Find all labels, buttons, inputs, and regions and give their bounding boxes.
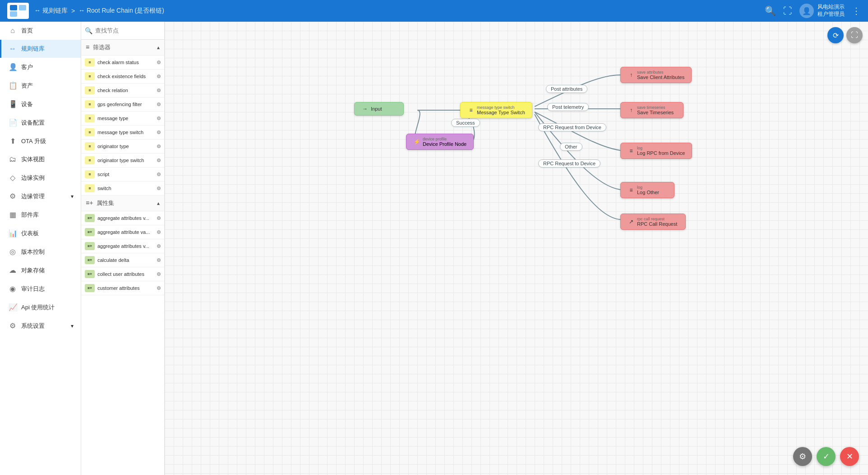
node-connector-dot: [157, 116, 161, 120]
breadcrumb-separator: >: [71, 7, 75, 14]
fullscreen-canvas-button[interactable]: ⛶: [846, 27, 863, 43]
sidebar-item-edge-instances[interactable]: ◇ 边缘实例: [0, 168, 81, 187]
content-area: 🔍 ❮ ≡ 筛选器 ▴ ≡ check alarm status: [81, 22, 868, 475]
sidebar-item-entity-view[interactable]: 🗂 实体视图: [0, 150, 81, 168]
node-label: calculate delta: [97, 257, 155, 263]
device-config-icon: 📄: [9, 118, 17, 127]
fullscreen-icon[interactable]: ⛶: [783, 6, 792, 16]
node-log-rpc[interactable]: ≡ log Log RPC from Device: [620, 143, 692, 159]
node-item-customer-attrs[interactable]: ≡+ customer attributes: [81, 281, 164, 295]
section-header-filter[interactable]: ≡ 筛选器 ▴: [81, 40, 164, 56]
filter-node-icon: ≡: [85, 86, 95, 94]
label-text: RPC Request from Device: [543, 125, 601, 130]
node-item-check-alarm-status[interactable]: ≡ check alarm status: [81, 56, 164, 70]
confirm-button[interactable]: ✓: [817, 447, 836, 466]
label-text: Other: [565, 144, 577, 149]
save-ts-icon: ↑: [628, 107, 635, 114]
sidebar-item-version[interactable]: ◎ 版本控制: [0, 242, 81, 261]
sidebar-item-customers[interactable]: 👤 客户: [0, 58, 81, 76]
msg-type-switch-label: Message Type Switch: [477, 110, 525, 115]
node-item-check-existence-fields[interactable]: ≡ check existence fields: [81, 70, 164, 84]
sidebar-item-storage[interactable]: ☁ 对象存储: [0, 261, 81, 279]
sidebar-label-entity-view: 实体视图: [21, 155, 45, 163]
sidebar-item-device-config[interactable]: 📄 设备配置: [0, 113, 81, 132]
node-msg-type-switch[interactable]: ≡ message type switch Message Type Switc…: [460, 102, 532, 118]
sidebar-item-edge-manage[interactable]: ⚙ 边缘管理 ▾: [0, 187, 81, 205]
node-item-switch[interactable]: ≡ switch: [81, 182, 164, 196]
home-icon: ⌂: [9, 27, 17, 35]
search-icon[interactable]: 🔍: [765, 5, 776, 16]
msg-type-switch-icon: ≡: [467, 107, 475, 114]
breadcrumb-rules-link[interactable]: ↔ 规则链库: [34, 7, 68, 15]
sidebar-item-rules[interactable]: ↔ 规则链库: [0, 40, 81, 58]
devices-icon: 📱: [9, 100, 17, 108]
filter-node-icon: ≡: [85, 142, 95, 150]
node-panel-scroll: ≡ 筛选器 ▴ ≡ check alarm status ≡ check exi…: [81, 40, 164, 475]
canvas-actions: ⟳ ⛶: [827, 27, 863, 43]
node-item-originator-type[interactable]: ≡ originator type: [81, 140, 164, 154]
node-item-originator-type-switch[interactable]: ≡ originator type switch: [81, 154, 164, 168]
node-item-collect-user-attrs[interactable]: ≡+ collect user attributes: [81, 267, 164, 281]
more-icon[interactable]: ⋮: [852, 5, 861, 16]
save-attr-label: Save Client Attributes: [637, 75, 684, 80]
sidebar-item-dashboard[interactable]: 📊 仪表板: [0, 224, 81, 242]
node-save-timeseries[interactable]: ↑ save timeseries Save Timeseries: [620, 102, 683, 118]
enrichment-node-icon: ≡+: [85, 242, 95, 250]
node-label: check relation: [97, 88, 155, 93]
node-log-other[interactable]: ≡ log Log Other: [620, 182, 674, 198]
sidebar-item-settings[interactable]: ⚙ 系统设置 ▾: [0, 317, 81, 335]
app-header: ↔ 规则链库 > ↔ Root Rule Chain (是否根链) 🔍 ⛶ 👤 …: [0, 0, 868, 22]
node-item-script[interactable]: ≡ script: [81, 168, 164, 182]
edge-manage-icon: ⚙: [9, 192, 17, 200]
filter-node-icon: ≡: [85, 128, 95, 136]
search-input[interactable]: [95, 27, 165, 34]
cancel-button[interactable]: ✕: [840, 447, 859, 466]
node-panel: 🔍 ❮ ≡ 筛选器 ▴ ≡ check alarm status: [81, 22, 165, 475]
sidebar-item-devices[interactable]: 📱 设备: [0, 95, 81, 113]
sidebar-label-version: 版本控制: [21, 248, 45, 256]
edge-instances-icon: ◇: [9, 173, 17, 182]
node-input[interactable]: → Input: [354, 102, 404, 116]
main-layout: ⌂ 首页 ↔ 规则链库 👤 客户 📋 资产 📱 设备 📄 设备配置 ⬆ OTA …: [0, 22, 868, 475]
node-save-attributes[interactable]: ↑ save attributes Save Client Attributes: [620, 67, 692, 83]
node-item-check-relation[interactable]: ≡ check relation: [81, 84, 164, 98]
node-connector-dot: [157, 186, 161, 190]
enrichment-node-icon: ≡+: [85, 256, 95, 264]
node-connector-dot: [157, 75, 161, 78]
sidebar-label-customers: 客户: [21, 63, 33, 71]
settings-icon: ⚙: [9, 321, 17, 330]
sidebar-item-widgets[interactable]: ▦ 部件库: [0, 205, 81, 224]
sidebar-item-ota[interactable]: ⬆ OTA 升级: [0, 132, 81, 150]
sidebar-label-audit: 审计日志: [21, 285, 45, 293]
log-other-label: Log Other: [637, 190, 659, 195]
node-item-agg-attr-va[interactable]: ≡+ aggregate attribute va...: [81, 225, 164, 239]
chevron-up-icon-attr: ▴: [157, 200, 160, 206]
history-button[interactable]: ⟳: [827, 27, 844, 43]
sidebar-item-assets[interactable]: 📋 资产: [0, 76, 81, 95]
node-label: aggregate attribute va...: [97, 229, 155, 235]
filter-section-icon: ≡: [86, 43, 89, 51]
node-item-agg-attr-v1[interactable]: ≡+ aggregate attributes v...: [81, 211, 164, 225]
node-label: originator type switch: [97, 158, 155, 163]
node-item-agg-attr-v2[interactable]: ≡+ aggregate attributes v...: [81, 239, 164, 253]
attributes-section-icon: ≡+: [86, 199, 93, 206]
node-connector-dot: [157, 244, 161, 248]
enrichment-node-icon: ≡+: [85, 228, 95, 236]
sidebar-item-api-stats[interactable]: 📈 Api 使用统计: [0, 298, 81, 317]
sidebar-item-home[interactable]: ⌂ 首页: [0, 22, 81, 40]
customer-icon: 👤: [9, 63, 17, 71]
node-item-calculate-delta[interactable]: ≡+ calculate delta: [81, 253, 164, 267]
enrichment-node-icon: ≡+: [85, 214, 95, 222]
user-menu[interactable]: 👤 风电站演示 租户管理员: [799, 4, 845, 18]
node-item-message-type-switch[interactable]: ≡ message type switch: [81, 126, 164, 140]
node-device-profile[interactable]: ⚡ device profile Device Profile Node: [406, 134, 474, 150]
node-label: customer attributes: [97, 285, 155, 291]
device-profile-icon: ⚡: [413, 138, 420, 145]
settings-button[interactable]: ⚙: [793, 447, 812, 466]
node-item-gps-filter[interactable]: ≡ gps geofencing filter: [81, 98, 164, 112]
node-item-message-type[interactable]: ≡ message type: [81, 112, 164, 126]
sidebar-item-audit[interactable]: ◉ 审计日志: [0, 279, 81, 298]
section-header-attributes[interactable]: ≡+ 属性集 ▴: [81, 196, 164, 211]
label-rpc-from-device: RPC Request from Device: [538, 123, 606, 131]
node-rpc-call[interactable]: ↗ rpc call request RPC Call Request: [620, 214, 686, 230]
